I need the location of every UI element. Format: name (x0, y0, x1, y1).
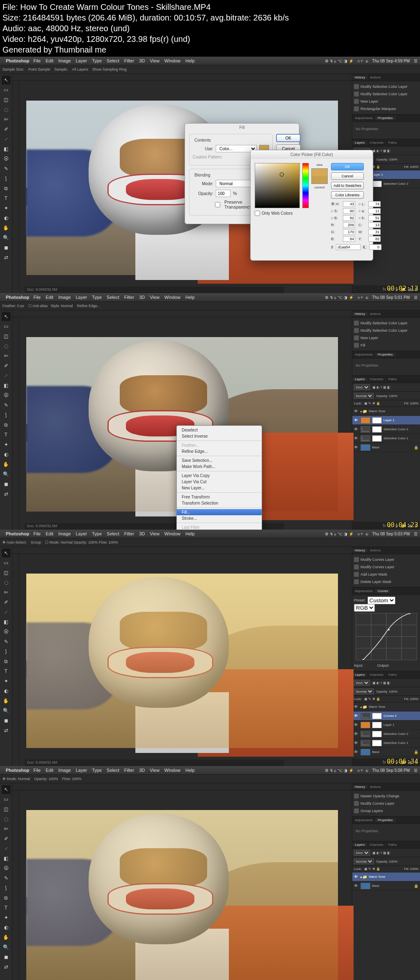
tool-0[interactable]: ↖ (2, 312, 11, 321)
search-icon[interactable]: ☰ (414, 295, 418, 300)
layers-tab-channels[interactable]: Channels (367, 673, 386, 677)
layer-name[interactable]: Curves 2 (383, 714, 418, 718)
history-tab[interactable]: History (352, 785, 368, 789)
tool-10[interactable]: ⟆ (2, 884, 11, 893)
app-name[interactable]: Photoshop (6, 58, 29, 63)
picker-hex-input[interactable] (336, 244, 361, 250)
layer-thumb[interactable] (361, 749, 370, 755)
properties-tab[interactable]: Properties (375, 818, 395, 822)
fill-preserve-checkbox[interactable] (215, 202, 220, 207)
sys-icons[interactable]: ⚙ ↯ ⏚ ⌥ ◑ ⚡ (325, 59, 354, 63)
tool-14[interactable]: ◐ (2, 923, 11, 932)
tool-7[interactable]: ◧ (2, 854, 11, 863)
history-item[interactable]: Rectangular Marquee (354, 105, 418, 112)
tool-1[interactable]: ▭ (2, 795, 11, 804)
group-icon[interactable]: 📁 (401, 760, 406, 764)
curves-channel-select[interactable]: RGB (354, 604, 375, 612)
layer-visibility-icon[interactable]: 👁 (354, 436, 359, 441)
tool-11[interactable]: ⧉ (2, 657, 11, 666)
tool-9[interactable]: ✎ (2, 401, 11, 410)
tool-14[interactable]: ◐ (2, 213, 11, 223)
tool-16[interactable]: 🔍 (2, 233, 11, 242)
tool-3[interactable]: ◌ (2, 342, 11, 351)
history-tab[interactable]: History (352, 312, 368, 316)
fill-value[interactable]: 100% (410, 165, 418, 169)
picker-new-color[interactable] (312, 169, 327, 176)
opt-label[interactable]: Show Sampling Ring (92, 67, 127, 71)
filter-icon[interactable]: ▣ ◐ T ▦ ◧ (372, 681, 391, 685)
adj-icon[interactable]: ◑ (395, 523, 398, 528)
opacity-value[interactable]: 100% (389, 690, 397, 693)
layer-thumb[interactable] (361, 740, 370, 746)
properties-tab[interactable]: Properties (375, 353, 395, 356)
tool-5[interactable]: ✐ (2, 125, 11, 134)
actions-tab[interactable]: Actions (368, 549, 383, 552)
filter-icon[interactable]: ▣ ◐ T ▦ ◧ (372, 851, 391, 855)
app-name[interactable]: Photoshop (6, 768, 29, 773)
opt-move[interactable]: ✥ Mode: Normal (2, 777, 30, 781)
layers-tab-paths[interactable]: Paths (386, 843, 399, 847)
menu-layer[interactable]: Layer (76, 768, 87, 773)
layer-mask-thumb[interactable] (372, 731, 382, 737)
layer-name[interactable]: Selective Color 2 (383, 427, 418, 431)
layer-item[interactable]: 👁 Layer 1 (352, 721, 420, 730)
opt-label[interactable]: All Layers (72, 67, 89, 71)
layers-mode-select[interactable]: Normal (354, 689, 374, 694)
layer-thumb[interactable] (361, 417, 370, 424)
app-name[interactable]: Photoshop (6, 531, 29, 536)
tool-2[interactable]: ◫ (2, 332, 11, 341)
menu-help[interactable]: Help (185, 295, 195, 300)
fill-value[interactable]: 100% (410, 867, 418, 871)
tool-1[interactable]: ▭ (2, 322, 11, 331)
picker-bc[interactable] (343, 236, 355, 242)
picker-g[interactable] (343, 229, 355, 235)
tool-5[interactable]: ✐ (2, 598, 11, 607)
properties-tab[interactable]: Properties (375, 116, 395, 120)
tool-0[interactable]: ↖ (2, 785, 11, 794)
history-item[interactable]: Modify Selective Color Layer (354, 319, 418, 327)
menu-view[interactable]: View (150, 58, 160, 63)
menu-image[interactable]: Image (58, 768, 71, 773)
tool-10[interactable]: ⟆ (2, 647, 11, 656)
fx-icon[interactable]: fx (383, 523, 386, 528)
adj-icon[interactable]: ◑ (395, 760, 398, 764)
layers-tab-channels[interactable]: Channels (367, 843, 386, 847)
menu-window[interactable]: Window (164, 295, 180, 300)
sys-icons[interactable]: ⚙ ↯ ⏚ ⌥ ◑ ⚡ (325, 768, 354, 773)
layer-name[interactable]: Base (372, 445, 412, 449)
tool-15[interactable]: ✋ (2, 223, 11, 232)
layer-visibility-icon[interactable]: 👁 (354, 732, 359, 736)
menu-view[interactable]: View (150, 531, 160, 536)
menu-help[interactable]: Help (185, 531, 195, 536)
tool-17[interactable]: ◼ (2, 952, 11, 962)
menu-type[interactable]: Type (92, 531, 102, 536)
layer-thumb[interactable] (361, 426, 370, 433)
canvas-image[interactable] (26, 810, 338, 980)
tool-12[interactable]: T (2, 667, 11, 676)
tool-2[interactable]: ◫ (2, 805, 11, 814)
clock[interactable]: Thu 08 Sep 4:59 PM (372, 59, 410, 63)
tool-5[interactable]: ✐ (2, 834, 11, 843)
curves-graph[interactable] (356, 613, 417, 660)
search-icon[interactable]: ☰ (414, 532, 418, 536)
layers-tab-layers[interactable]: Layers (352, 843, 367, 847)
menu-3d[interactable]: 3D (139, 295, 145, 300)
tool-13[interactable]: ✦ (2, 204, 11, 213)
history-item[interactable]: New Layer (354, 98, 418, 105)
tool-14[interactable]: ◐ (2, 686, 11, 695)
layer-name[interactable]: Warm Tone (369, 409, 418, 413)
group-icon[interactable]: 📁 (401, 287, 406, 291)
tool-16[interactable]: 🔍 (2, 943, 11, 952)
picker-l[interactable] (368, 201, 381, 207)
menu-type[interactable]: Type (92, 768, 102, 773)
tool-18[interactable]: ⇄ (2, 489, 11, 498)
filter-icon[interactable]: ▣ ◐ T ▦ ◧ (372, 386, 391, 389)
adj-icon[interactable]: ◑ (395, 287, 398, 291)
tool-11[interactable]: ⧉ (2, 420, 11, 429)
tool-3[interactable]: ◌ (2, 815, 11, 824)
new-layer-icon[interactable]: ▣ (408, 760, 412, 764)
opt-label[interactable]: Point Sample (28, 67, 50, 71)
trash-icon[interactable]: 🗑 (414, 287, 418, 291)
picker-b2[interactable] (368, 215, 381, 221)
layer-mask-thumb[interactable] (372, 740, 382, 746)
